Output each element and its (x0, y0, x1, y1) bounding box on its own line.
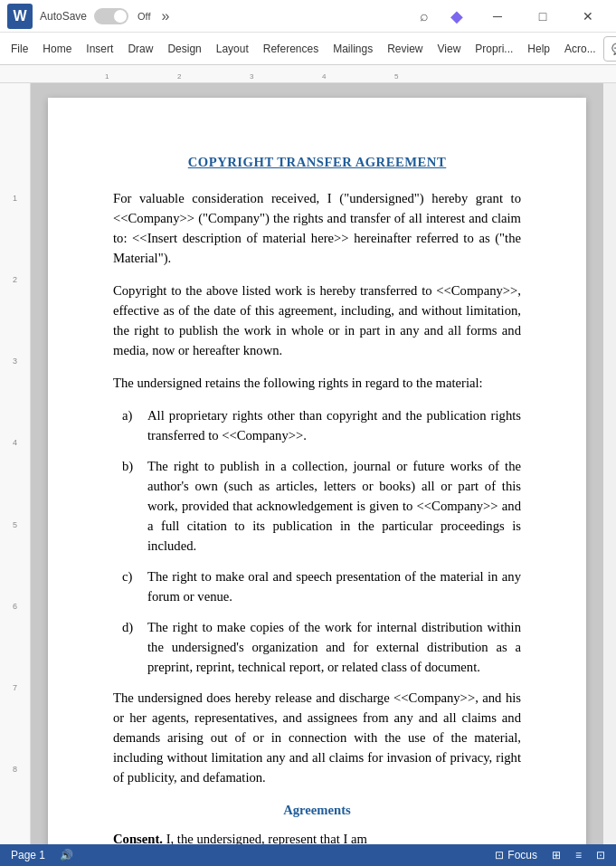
menu-help[interactable]: Help (520, 37, 557, 61)
document-scroll[interactable]: COPYRIGHT TRANSFER AGREEMENT For valuabl… (31, 83, 603, 844)
print-icon: ≡ (575, 849, 582, 861)
diamond-icon[interactable]: ◆ (444, 4, 469, 29)
list-item-a: a) All proprietary rights other than cop… (113, 405, 521, 445)
list-label-b: b) (122, 456, 147, 556)
list-label-a: a) (122, 405, 147, 445)
view-icon: ⊡ (596, 849, 605, 861)
margin-num-1: 1 (13, 192, 17, 273)
close-button[interactable]: ✕ (567, 4, 609, 29)
view-mode-button[interactable]: ⊡ (596, 849, 605, 861)
left-margin: 1 2 3 4 5 6 7 8 (0, 83, 31, 844)
word-logo: W (7, 4, 33, 29)
menu-propri[interactable]: Propri... (468, 37, 520, 61)
read-icon[interactable]: 🔊 (60, 849, 73, 861)
comment-icon: 💬 (611, 43, 616, 55)
list-item-c: c) The right to make oral and speech pre… (113, 566, 521, 606)
menu-review[interactable]: Review (380, 37, 430, 61)
minimize-button[interactable]: ─ (477, 4, 518, 29)
consent-text: I, the undersigned, represent that I am (163, 832, 367, 844)
focus-icon: ⊡ (495, 849, 504, 861)
window-controls: ─ □ ✕ (477, 4, 609, 29)
menu-insert[interactable]: Insert (79, 37, 120, 61)
ribbon-menu: File Home Insert Draw Design Layout Refe… (0, 33, 616, 65)
margin-num-6: 6 (13, 600, 17, 681)
margin-num-2: 2 (13, 273, 17, 355)
ruler-mark-1: 1 (105, 72, 109, 81)
menu-design[interactable]: Design (160, 37, 208, 61)
list-item-b: b) The right to publish in a collection,… (113, 456, 521, 556)
list-content-a: All proprietary rights other than copyri… (147, 405, 521, 445)
ruler-mark-2: 2 (177, 72, 181, 81)
paragraph-4: The undersigned does hereby release and … (113, 688, 521, 787)
autosave-knob (114, 10, 127, 23)
paragraph-2: Copyright to the above listed work is he… (113, 281, 521, 360)
page-label: Page 1 (11, 849, 45, 861)
menu-view[interactable]: View (431, 37, 469, 61)
page-number[interactable]: Page 1 (11, 849, 45, 861)
scrollbar[interactable] (603, 83, 616, 844)
title-bar: W AutoSave Off » ⌕ ◆ ─ □ ✕ (0, 0, 616, 33)
list-content-b: The right to publish in a collection, jo… (147, 456, 521, 556)
layout-view-button[interactable]: ⊞ (552, 849, 561, 861)
main-area: 1 2 3 4 5 6 7 8 COPYRIGHT TRANSFER AGREE… (0, 83, 616, 844)
menu-layout[interactable]: Layout (209, 37, 256, 61)
ruler-inner: 1 2 3 4 5 (33, 65, 616, 82)
menu-mailings[interactable]: Mailings (326, 37, 380, 61)
status-bar: Page 1 🔊 ⊡ Focus ⊞ ≡ ⊡ (0, 844, 616, 866)
margin-num-7: 7 (13, 681, 17, 763)
menu-file[interactable]: File (4, 37, 35, 61)
paragraph-3: The undersigned retains the following ri… (113, 373, 521, 393)
print-layout-button[interactable]: ≡ (575, 849, 582, 861)
ruler-mark-3: 3 (250, 72, 253, 81)
document-page[interactable]: COPYRIGHT TRANSFER AGREEMENT For valuabl… (48, 98, 586, 844)
ruler-mark-4: 4 (322, 72, 326, 81)
list-label-d: d) (122, 617, 147, 677)
ruler: 1 2 3 4 5 (0, 65, 616, 83)
consent-paragraph: Consent. I, the undersigned, represent t… (113, 829, 521, 844)
list-label-c: c) (122, 566, 147, 606)
margin-num-3: 3 (13, 355, 17, 436)
comment-button[interactable]: 💬 (603, 36, 616, 62)
list-content-c: The right to make oral and speech presen… (147, 566, 521, 606)
autosave-label: AutoSave (40, 10, 87, 23)
document-title: COPYRIGHT TRANSFER AGREEMENT (113, 152, 521, 172)
list-content-d: The right to make copies of the work for… (147, 617, 521, 677)
expand-icon[interactable]: » (162, 8, 170, 24)
list-item-d: d) The right to make copies of the work … (113, 617, 521, 677)
focus-label: Focus (507, 849, 537, 861)
autosave-state: Off (137, 11, 150, 22)
menu-references[interactable]: References (256, 37, 326, 61)
layout-icon: ⊞ (552, 849, 561, 861)
margin-num-4: 4 (13, 436, 17, 518)
menu-acro[interactable]: Acro... (557, 37, 603, 61)
restore-button[interactable]: □ (522, 4, 564, 29)
menu-draw[interactable]: Draw (120, 37, 160, 61)
section-agreements: Agreements (113, 800, 521, 820)
autosave-toggle[interactable] (94, 8, 128, 24)
ruler-mark-5: 5 (394, 72, 398, 81)
margin-num-8: 8 (13, 763, 17, 844)
margin-num-5: 5 (13, 519, 17, 600)
search-icon[interactable]: ⌕ (412, 4, 437, 29)
consent-label: Consent. (113, 832, 163, 844)
menu-home[interactable]: Home (35, 37, 79, 61)
paragraph-1: For valuable consideration received, I (… (113, 188, 521, 268)
read-aloud-icon: 🔊 (60, 849, 73, 861)
focus-button[interactable]: ⊡ Focus (495, 849, 537, 861)
